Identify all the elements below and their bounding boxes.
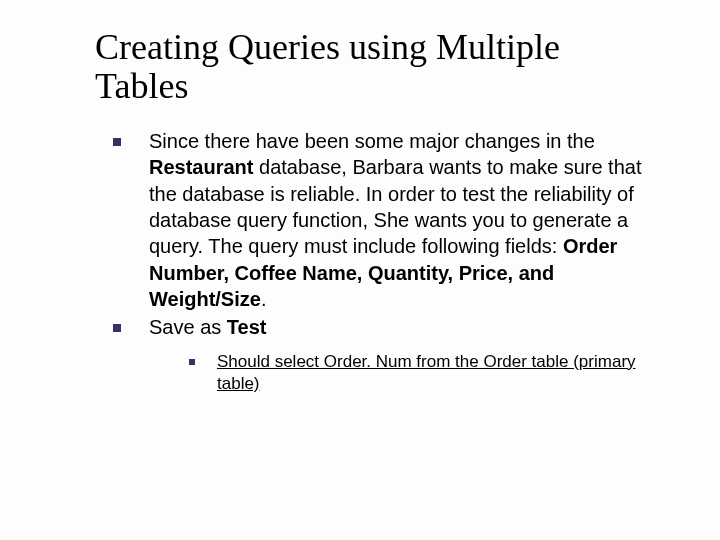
sub-bullet-item-1: Should select Order. Num from the Order … [189,351,660,395]
slide: Creating Queries using Multiple Tables S… [0,0,720,540]
sub-bullet-list: Should select Order. Num from the Order … [189,351,660,395]
bullet-item-1: Since there have been some major changes… [113,128,660,313]
bullet-list: Since there have been some major changes… [113,128,660,395]
bullet-text-1: Since there have been some major changes… [149,130,641,310]
sub-bullet-text-1: Should select Order. Num from the Order … [217,352,636,393]
slide-title: Creating Queries using Multiple Tables [95,28,660,106]
bullet-text-2: Save as Test [149,316,266,338]
bullet-item-2: Save as Test Should select Order. Num fr… [113,314,660,395]
